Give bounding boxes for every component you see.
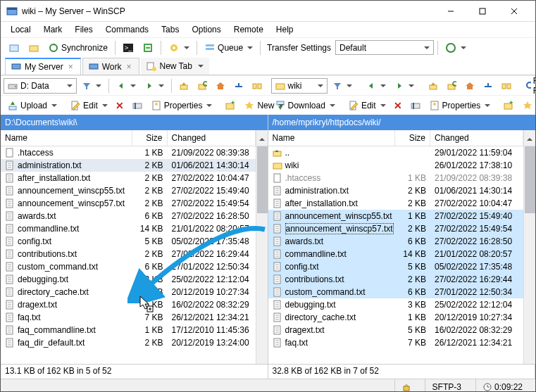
right-nav-root[interactable]	[480, 77, 497, 94]
synchronize-button[interactable]: Synchronize	[44, 39, 111, 56]
right-nav-fwd[interactable]	[391, 77, 418, 94]
table-row[interactable]: .htaccess1 KB21/09/2022 08:39:38	[268, 172, 536, 184]
tab-close-icon[interactable]: ×	[125, 62, 132, 72]
right-scrollbar[interactable]	[523, 146, 535, 364]
toolbar-btn-2[interactable]	[25, 39, 43, 56]
table-row[interactable]: config.txt5 KB05/02/2022 17:35:48	[1, 235, 268, 248]
left-properties-button[interactable]: Properties	[147, 97, 216, 114]
queue-button[interactable]: Queue	[201, 39, 256, 56]
table-row[interactable]: directory_cache.txt1 KB20/12/2019 10:27:…	[268, 311, 536, 324]
table-row[interactable]: .htaccess1 KB21/09/2022 08:39:38	[1, 146, 268, 159]
left-new-folder-button[interactable]: +	[221, 97, 239, 114]
left-nav-back[interactable]	[113, 77, 139, 94]
table-row[interactable]: faq_commandline.txt1 KB17/12/2010 11:45:…	[1, 324, 268, 336]
toolbar-btn-6[interactable]	[442, 39, 470, 56]
menu-local[interactable]: Local	[5, 23, 37, 36]
upload-button[interactable]: Upload	[4, 97, 61, 114]
find-files-button[interactable]: Find Files	[522, 77, 537, 94]
table-row[interactable]: custom_command.txt6 KB27/01/2022 12:50:3…	[268, 286, 536, 298]
maximize-button[interactable]	[466, 1, 498, 21]
table-row[interactable]: administration.txt2 KB01/06/2021 14:30:1…	[268, 184, 536, 197]
left-drive-combo[interactable]: D: Data	[4, 78, 77, 94]
table-row[interactable]: administration.txt2 KB01/06/2021 14:30:1…	[1, 159, 268, 172]
table-row[interactable]: after_installation.txt2 KB27/02/2022 10:…	[1, 172, 268, 184]
table-row[interactable]: announcement_winscp55.txt1 KB27/02/2022 …	[268, 210, 536, 222]
tab-close-icon[interactable]: ×	[67, 62, 75, 72]
left-col-name[interactable]: Name	[1, 130, 132, 146]
table-row[interactable]: dragext.txt5 KB16/02/2022 08:32:29	[1, 298, 268, 311]
tab-my-server[interactable]: My Server ×	[5, 58, 81, 75]
left-nav-refresh[interactable]	[194, 77, 211, 94]
close-button[interactable]	[498, 1, 530, 21]
right-nav-sync[interactable]	[498, 77, 515, 94]
toolbar-btn-1[interactable]	[5, 39, 23, 56]
menu-commands[interactable]: Commands	[100, 23, 154, 36]
table-row[interactable]: awards.txt6 KB27/02/2022 16:28:50	[1, 210, 268, 222]
toolbar-btn-4[interactable]	[139, 39, 157, 56]
table-row[interactable]: commandline.txt14 KB21/01/2022 08:20:57	[268, 248, 536, 260]
left-rename-button[interactable]	[128, 97, 147, 114]
menu-files[interactable]: Files	[69, 23, 98, 36]
left-col-size[interactable]: Size	[132, 130, 168, 146]
table-row[interactable]: faq_dir_default.txt2 KB20/12/2019 13:24:…	[1, 336, 268, 349]
menu-help[interactable]: Help	[270, 23, 299, 36]
left-path[interactable]: D:\Documents\wiki\	[1, 115, 268, 130]
table-row[interactable]: contributions.txt2 KB27/02/2022 16:29:44	[268, 273, 536, 286]
menu-mark[interactable]: Mark	[38, 23, 68, 36]
left-nav-up[interactable]	[175, 77, 192, 94]
table-row[interactable]: faq.txt7 KB26/12/2021 12:34:21	[268, 336, 536, 349]
table-row[interactable]: debugging.txt3 KB25/02/2022 12:12:04	[268, 298, 536, 311]
right-drive-combo[interactable]: wiki	[271, 78, 328, 94]
scroll-up-button[interactable]	[256, 130, 268, 146]
right-nav-back[interactable]	[363, 77, 389, 94]
table-row[interactable]: faq.txt7 KB26/12/2021 12:34:21	[1, 311, 268, 324]
left-col-changed[interactable]: Changed	[168, 130, 256, 146]
right-edit-button[interactable]: Edit	[344, 97, 389, 114]
table-row[interactable]: debugging.txt3 KB25/02/2022 12:12:04	[1, 273, 268, 286]
tab-work[interactable]: Work ×	[82, 58, 139, 75]
left-nav-filter[interactable]	[78, 77, 105, 94]
new-tab-button[interactable]: New Tab	[141, 58, 209, 75]
status-lock[interactable]	[394, 379, 418, 392]
table-row[interactable]: wiki26/01/2022 17:38:10	[268, 159, 536, 172]
right-new-folder-button[interactable]: +	[499, 97, 518, 114]
right-file-list[interactable]: ..29/01/2022 11:59:04wiki26/01/2022 17:3…	[268, 146, 536, 364]
table-row[interactable]: awards.txt6 KB27/02/2022 16:28:50	[268, 235, 536, 248]
scroll-up-button[interactable]	[523, 130, 535, 146]
right-nav-home[interactable]	[461, 77, 478, 94]
right-nav-filter[interactable]	[329, 77, 356, 94]
left-scrollbar[interactable]	[256, 146, 268, 364]
menu-remote[interactable]: Remote	[228, 23, 269, 36]
right-new-button[interactable]: New	[518, 97, 536, 114]
table-row[interactable]: directory_cache.txt1 KB20/12/2019 10:27:…	[1, 286, 268, 298]
menu-options[interactable]: Options	[186, 23, 226, 36]
right-nav-refresh[interactable]	[443, 77, 460, 94]
table-row[interactable]: config.txt5 KB05/02/2022 17:35:48	[268, 260, 536, 273]
right-col-name[interactable]: Name	[268, 130, 396, 146]
right-nav-up[interactable]	[425, 77, 442, 94]
left-nav-sync[interactable]	[249, 77, 266, 94]
left-nav-home[interactable]	[212, 77, 229, 94]
table-row[interactable]: contributions.txt2 KB27/02/2022 16:29:44	[1, 248, 268, 260]
table-row[interactable]: announcement_winscp55.txt2 KB27/02/2022 …	[1, 184, 268, 197]
right-properties-button[interactable]: Properties	[425, 97, 494, 114]
left-edit-button[interactable]: Edit	[66, 97, 111, 114]
right-path[interactable]: /home/mprikryl/httpdocs/wiki/	[268, 115, 536, 130]
table-row[interactable]: ..29/01/2022 11:59:04	[268, 146, 536, 159]
right-rename-button[interactable]	[406, 97, 425, 114]
menu-tabs[interactable]: Tabs	[156, 23, 185, 36]
table-row[interactable]: dragext.txt5 KB16/02/2022 08:32:29	[268, 324, 536, 336]
table-row[interactable]: after_installation.txt2 KB27/02/2022 10:…	[268, 197, 536, 210]
right-col-size[interactable]: Size	[395, 130, 430, 146]
table-row[interactable]: announcement_winscp57.txt2 KB27/02/2022 …	[1, 197, 268, 210]
table-row[interactable]: commandline.txt14 KB21/01/2022 08:20:57	[1, 222, 268, 235]
left-nav-root[interactable]	[230, 77, 247, 94]
transfer-settings-combo[interactable]: Default	[335, 40, 434, 55]
left-delete-button[interactable]: ✕	[112, 97, 127, 114]
left-file-list[interactable]: .htaccess1 KB21/09/2022 08:39:38administ…	[1, 146, 268, 364]
right-delete-button[interactable]: ✕	[390, 97, 406, 114]
table-row[interactable]: custom_command.txt6 KB27/01/2022 12:50:3…	[1, 260, 268, 273]
toolbar-btn-5[interactable]	[165, 39, 193, 56]
table-row[interactable]: announcement_winscp57.txt2 KB27/02/2022 …	[268, 222, 536, 235]
left-nav-fwd[interactable]	[141, 77, 168, 94]
